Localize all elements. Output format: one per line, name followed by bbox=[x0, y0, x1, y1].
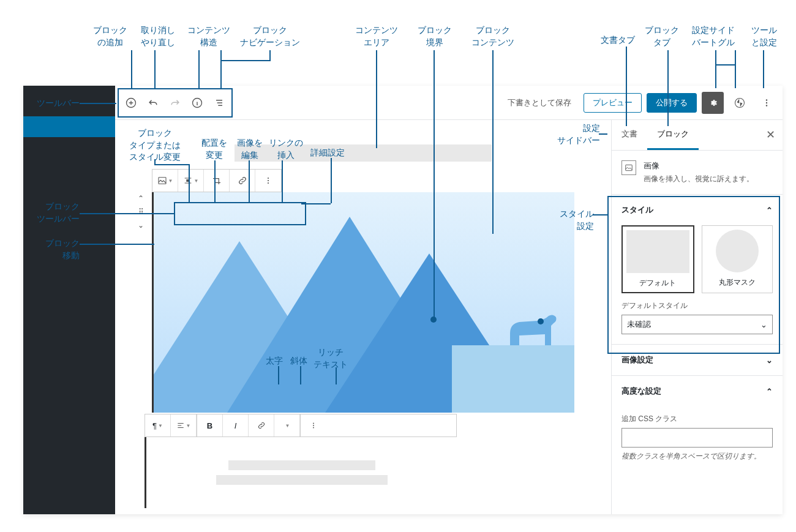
default-style-select[interactable]: 未確認 ⌄ bbox=[621, 315, 773, 334]
undo-icon bbox=[147, 97, 159, 109]
css-class-label: 追加 CSS クラス bbox=[621, 414, 773, 424]
preview-button[interactable]: プレビュー bbox=[584, 93, 642, 113]
text-placeholder bbox=[228, 460, 375, 470]
svg-rect-7 bbox=[186, 179, 189, 182]
block-more-button[interactable] bbox=[255, 170, 281, 192]
more-vertical-icon bbox=[263, 176, 273, 185]
move-up-button[interactable]: ⌃ bbox=[133, 192, 148, 204]
admin-sidebar-active-item[interactable] bbox=[23, 116, 115, 137]
redo-button[interactable] bbox=[164, 92, 186, 114]
text-link-button[interactable] bbox=[249, 414, 274, 436]
style-option-label: デフォルト bbox=[626, 278, 689, 288]
anno-undo-redo: 取り消しやり直し bbox=[133, 24, 182, 48]
anno-block-nav: ブロックナビゲーション bbox=[236, 24, 304, 48]
block-toolbar: ▼ ▼ bbox=[152, 169, 282, 192]
add-block-button[interactable] bbox=[120, 92, 142, 114]
gear-icon bbox=[707, 97, 718, 108]
jetpack-button[interactable] bbox=[729, 92, 751, 114]
publish-button[interactable]: 公開する bbox=[647, 93, 697, 113]
ice-graphic bbox=[452, 345, 574, 413]
image-block[interactable] bbox=[152, 192, 574, 413]
style-preview bbox=[626, 230, 689, 273]
chevron-down-icon: ▼ bbox=[194, 178, 199, 184]
content-area[interactable]: ▼ ▼ bbox=[115, 120, 611, 514]
text-align-button[interactable]: ▼ bbox=[171, 414, 197, 436]
svg-rect-6 bbox=[159, 178, 166, 184]
image-icon bbox=[621, 160, 636, 175]
jetpack-icon bbox=[734, 97, 745, 108]
anno-add-block: ブロックの追加 bbox=[86, 24, 135, 48]
svg-point-9 bbox=[268, 180, 269, 181]
more-vertical-icon bbox=[761, 97, 772, 108]
anno-block-tab: ブロックタブ bbox=[640, 24, 683, 48]
anno-content-area: コンテンツエリア bbox=[349, 24, 404, 48]
advanced-panel: 高度な設定 ⌃ 追加 CSS クラス 複数クラスを半角スペースで区切ります。 bbox=[612, 376, 783, 471]
info-icon bbox=[191, 97, 203, 109]
style-option-default[interactable]: デフォルト bbox=[621, 225, 694, 293]
anno-settings-toggle: 設定サイドバートグル bbox=[686, 24, 741, 48]
block-info-section: 画像 画像を挿入し、視覚に訴えます。 bbox=[612, 151, 783, 195]
close-sidebar-button[interactable]: ✕ bbox=[763, 127, 778, 142]
svg-point-10 bbox=[268, 182, 269, 184]
block-type-button[interactable]: ▼ bbox=[152, 170, 178, 192]
chevron-up-icon: ⌃ bbox=[766, 206, 773, 215]
tab-document[interactable]: 文書 bbox=[612, 120, 647, 150]
style-option-round[interactable]: 丸形マスク bbox=[702, 225, 773, 293]
svg-point-13 bbox=[313, 427, 314, 429]
list-icon bbox=[213, 97, 225, 109]
editor-toolbar: 下書きとして保存 プレビュー 公開する bbox=[115, 86, 783, 120]
css-help-text: 複数クラスを半角スペースで区切ります。 bbox=[621, 451, 773, 462]
save-draft-button[interactable]: 下書きとして保存 bbox=[500, 92, 579, 113]
insert-link-button[interactable] bbox=[230, 170, 255, 192]
paragraph-block[interactable] bbox=[145, 437, 457, 508]
image-block-wrapper: ▼ ▼ bbox=[152, 192, 574, 413]
paragraph-block-wrapper: ¶▼ ▼ B I ▼ bbox=[145, 414, 457, 508]
italic-button[interactable]: I bbox=[223, 414, 249, 436]
text-more-button[interactable] bbox=[301, 414, 326, 436]
bear-graphic bbox=[501, 309, 562, 351]
style-panel: スタイル ⌃ デフォルト 丸形マスク bbox=[612, 195, 783, 345]
paragraph-type-button[interactable]: ¶▼ bbox=[145, 414, 171, 436]
text-placeholder bbox=[216, 475, 388, 485]
panel-title: スタイル bbox=[621, 204, 653, 215]
undo-button[interactable] bbox=[142, 92, 164, 114]
chevron-up-icon: ⌃ bbox=[766, 387, 773, 396]
image-settings-toggle[interactable]: 画像設定 ⌄ bbox=[621, 354, 773, 365]
svg-point-2 bbox=[735, 98, 745, 107]
svg-point-4 bbox=[766, 102, 767, 103]
style-option-label: 丸形マスク bbox=[706, 277, 769, 288]
title-placeholder[interactable] bbox=[235, 144, 492, 162]
rich-text-more-button[interactable]: ▼ bbox=[274, 414, 300, 436]
link-icon bbox=[238, 176, 247, 185]
svg-rect-14 bbox=[626, 165, 633, 170]
more-tools-button[interactable] bbox=[756, 92, 778, 114]
anno-block-contents: ブロックコンテンツ bbox=[465, 24, 520, 48]
move-down-button[interactable]: ⌄ bbox=[133, 219, 148, 231]
block-navigation-button[interactable] bbox=[208, 92, 230, 114]
bold-button[interactable]: B bbox=[197, 414, 223, 436]
svg-point-5 bbox=[766, 105, 767, 106]
image-icon bbox=[157, 176, 167, 185]
panel-title: 画像設定 bbox=[621, 354, 653, 365]
settings-sidebar: 文書 ブロック ✕ 画像 画像を挿入し、視覚に訴えます。 bbox=[611, 120, 783, 514]
chevron-down-icon: ▼ bbox=[168, 178, 173, 184]
anno-block-boundary: ブロック境界 bbox=[410, 24, 459, 48]
block-mover: ⌃ ⠿ ⌄ bbox=[133, 192, 148, 231]
tab-block[interactable]: ブロック bbox=[647, 120, 699, 150]
alignment-button[interactable]: ▼ bbox=[178, 170, 204, 192]
edit-image-button[interactable] bbox=[204, 170, 230, 192]
text-block-toolbar: ¶▼ ▼ B I ▼ bbox=[145, 414, 457, 437]
svg-point-12 bbox=[313, 425, 314, 426]
image-settings-panel: 画像設定 ⌄ bbox=[612, 345, 783, 376]
svg-point-8 bbox=[268, 178, 269, 179]
more-vertical-icon bbox=[309, 421, 318, 430]
chevron-down-icon: ⌄ bbox=[766, 356, 773, 365]
content-structure-button[interactable] bbox=[186, 92, 208, 114]
editor-window: 下書きとして保存 プレビュー 公開する bbox=[23, 86, 783, 514]
align-icon bbox=[183, 176, 193, 185]
advanced-panel-toggle[interactable]: 高度な設定 ⌃ bbox=[621, 386, 773, 397]
css-class-input[interactable] bbox=[621, 428, 773, 448]
drag-handle[interactable]: ⠿ bbox=[133, 206, 148, 218]
style-panel-toggle[interactable]: スタイル ⌃ bbox=[621, 204, 773, 215]
settings-toggle-button[interactable] bbox=[702, 92, 724, 114]
